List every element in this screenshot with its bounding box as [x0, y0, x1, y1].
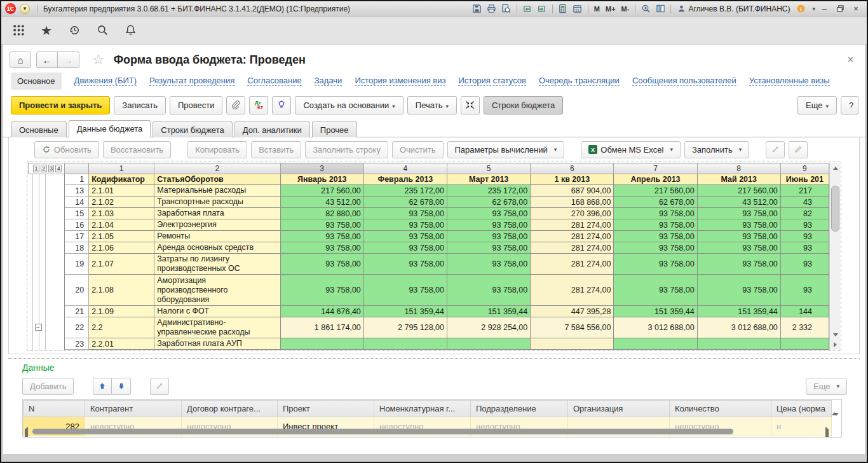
- value-cell[interactable]: 151 359,44: [697, 306, 780, 317]
- nav-link-1[interactable]: Движения (БИТ): [74, 76, 137, 86]
- back-button[interactable]: ←: [36, 52, 58, 68]
- value-cell[interactable]: 62 678,00: [447, 197, 531, 208]
- article-cell[interactable]: Материальные расходы: [154, 185, 280, 197]
- data-horizontal-scrollbar[interactable]: [25, 429, 829, 435]
- nav-link-9[interactable]: Установленные визы: [749, 76, 830, 86]
- value-cell[interactable]: [780, 338, 829, 350]
- row-number[interactable]: 13: [65, 185, 89, 197]
- value-cell[interactable]: 93 758,00: [697, 254, 780, 275]
- minimize-button[interactable]: –: [817, 3, 831, 15]
- value-cell[interactable]: 144 676,40: [280, 306, 363, 317]
- article-cell[interactable]: Заработная плата АУП: [154, 338, 280, 350]
- value-cell[interactable]: [447, 338, 531, 350]
- fill-button[interactable]: Заполнить▾: [684, 141, 749, 158]
- data-column-header-5[interactable]: Подразделение: [471, 401, 568, 417]
- value-cell[interactable]: 281 274,00: [531, 231, 614, 242]
- value-cell[interactable]: 93 758,00: [280, 242, 363, 254]
- column-header-2[interactable]: Январь 2013: [280, 174, 363, 185]
- value-cell[interactable]: 82: [780, 208, 829, 219]
- main-menu-icon[interactable]: [11, 24, 25, 38]
- row-number[interactable]: 16: [65, 219, 89, 231]
- value-cell[interactable]: 281 274,00: [531, 242, 614, 254]
- column-header-0[interactable]: Кодификатор: [89, 174, 154, 185]
- value-cell[interactable]: 62 678,00: [363, 197, 447, 208]
- paste-button[interactable]: Вставить: [251, 141, 301, 158]
- restore-values-button[interactable]: Восстановить: [103, 141, 171, 158]
- column-header-4[interactable]: Март 2013: [447, 174, 531, 185]
- attachments-paperclip-button[interactable]: [226, 96, 245, 114]
- value-cell[interactable]: 93 758,00: [614, 254, 697, 275]
- home-button[interactable]: ⌂: [10, 52, 31, 68]
- codifier-cell[interactable]: 2.1.04: [89, 219, 154, 231]
- data-column-header-6[interactable]: Организация: [568, 401, 670, 417]
- scroll-down-button[interactable]: [830, 329, 841, 340]
- value-cell[interactable]: 93 758,00: [363, 275, 447, 306]
- value-cell[interactable]: 93 758,00: [614, 219, 697, 231]
- column-header-7[interactable]: Май 2013: [697, 174, 780, 185]
- codifier-cell[interactable]: 2.1.09: [89, 306, 154, 317]
- value-cell[interactable]: 93 758,00: [447, 275, 531, 306]
- data-column-header-1[interactable]: Контрагент: [85, 401, 182, 417]
- refresh-button[interactable]: Обновить: [34, 141, 99, 158]
- dt-kt-postings-button[interactable]: ДтКт: [249, 96, 268, 114]
- restore-button[interactable]: [833, 3, 847, 15]
- group-level-button-4[interactable]: 4: [55, 165, 62, 172]
- column-number-7[interactable]: 7: [614, 163, 697, 174]
- value-cell[interactable]: 447 395,28: [531, 306, 614, 317]
- value-cell[interactable]: 93 758,00: [614, 231, 697, 242]
- article-cell[interactable]: Амортизация производственного оборудован…: [154, 275, 280, 306]
- row-number[interactable]: 22: [65, 317, 89, 338]
- value-cell[interactable]: 93 758,00: [447, 208, 531, 219]
- article-cell[interactable]: Ремонты: [154, 231, 280, 242]
- help-button[interactable]: ?: [841, 96, 858, 114]
- clear-button[interactable]: Очистить: [392, 141, 444, 158]
- value-cell[interactable]: 235 172,00: [363, 185, 447, 197]
- memory-m-minus-button[interactable]: M-: [620, 5, 632, 13]
- value-cell[interactable]: 93 758,00: [614, 242, 697, 254]
- info-caret-icon[interactable]: ▾: [812, 6, 815, 12]
- nav-link-8[interactable]: Сообщения пользователей: [632, 76, 736, 86]
- scroll-right-button[interactable]: [830, 340, 841, 350]
- value-cell[interactable]: 93 758,00: [280, 231, 363, 242]
- data-column-header-4[interactable]: Номенклатурная г...: [374, 401, 471, 417]
- search-icon[interactable]: [95, 24, 109, 38]
- group-level-button-2[interactable]: 2: [41, 165, 47, 172]
- value-cell[interactable]: 281 274,00: [531, 219, 614, 231]
- value-cell[interactable]: 3 012 688,00: [697, 317, 780, 338]
- add-row-button[interactable]: Добавить: [22, 378, 74, 395]
- nav-link-6[interactable]: История статусов: [458, 76, 526, 86]
- value-cell[interactable]: 151 359,44: [447, 306, 531, 317]
- value-cell[interactable]: 281 274,00: [531, 254, 614, 275]
- value-cell[interactable]: 93 758,00: [363, 208, 447, 219]
- info-icon[interactable]: i: [794, 3, 807, 15]
- move-up-button[interactable]: [93, 378, 112, 395]
- data-column-header-7[interactable]: Количество: [670, 401, 771, 417]
- codifier-cell[interactable]: 2.1.05: [89, 231, 154, 242]
- sheet-vertical-scrollbar[interactable]: [829, 163, 840, 350]
- print-icon[interactable]: [485, 3, 498, 15]
- go-to-link-icon[interactable]: [536, 3, 548, 15]
- scroll-right-button[interactable]: [825, 429, 829, 438]
- nav-link-2[interactable]: Результат проведения: [149, 76, 234, 86]
- group-level-button-1[interactable]: 1: [33, 165, 39, 172]
- value-cell[interactable]: [531, 338, 614, 350]
- article-cell[interactable]: Налоги с ФОТ: [154, 306, 280, 317]
- column-header-1[interactable]: СтатьяОборотов: [154, 174, 280, 185]
- value-cell[interactable]: 93 758,00: [614, 208, 697, 219]
- save-icon[interactable]: [471, 3, 484, 15]
- row-number[interactable]: 17: [65, 231, 89, 242]
- tab-4[interactable]: Прочее: [312, 121, 357, 137]
- column-number-1[interactable]: 1: [89, 163, 154, 174]
- tab-0[interactable]: Основные: [11, 121, 67, 137]
- scroll-up-button[interactable]: [830, 163, 841, 173]
- print-menu-button[interactable]: Печать▾: [407, 96, 457, 114]
- value-cell[interactable]: 43: [780, 197, 829, 208]
- value-cell[interactable]: 217 560,00: [697, 185, 780, 197]
- value-cell[interactable]: 93 758,00: [447, 231, 531, 242]
- value-cell[interactable]: 93 758,00: [363, 242, 447, 254]
- column-number-5[interactable]: 5: [447, 163, 531, 174]
- value-cell[interactable]: 43 512,00: [697, 197, 780, 208]
- value-cell[interactable]: 93 758,00: [363, 219, 447, 231]
- article-cell[interactable]: Аренда основных средств: [154, 242, 280, 254]
- value-cell[interactable]: 7 584 556,00: [531, 317, 614, 338]
